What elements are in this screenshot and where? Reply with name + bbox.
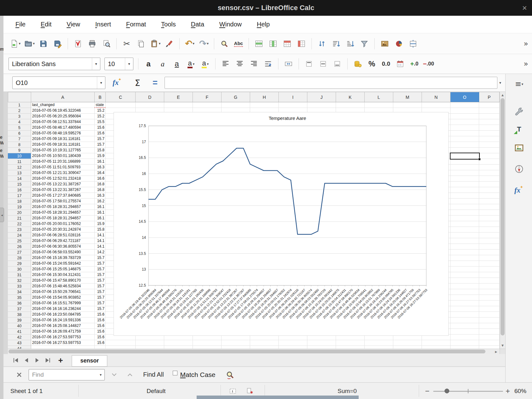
cell-P28[interactable] (479, 255, 500, 261)
row-header-6[interactable]: 6 (8, 131, 31, 136)
cell-B15[interactable]: 16.8 (95, 182, 106, 187)
save-button[interactable] (37, 37, 50, 51)
cell-A21[interactable]: 2016-07-05 18:28:31.294657 (31, 216, 95, 221)
row-header-36[interactable]: 36 (8, 301, 31, 306)
row-header-24[interactable]: 24 (8, 233, 31, 238)
insert-column-button[interactable] (266, 37, 280, 51)
row-header-32[interactable]: 32 (8, 278, 31, 284)
cell-O23[interactable] (451, 227, 479, 233)
cell-P1[interactable] (479, 102, 500, 108)
cell-A14[interactable]: 2016-07-05 12:52:01.232418 (31, 176, 95, 182)
row-header-5[interactable]: 5 (8, 125, 31, 131)
cell-A36[interactable]: 2016-07-06 16:15:51.767999 (31, 301, 95, 306)
name-box[interactable]: O10 ▾ (12, 76, 105, 89)
formula-input[interactable] (165, 77, 497, 89)
chevron-down-icon[interactable]: ▾ (92, 58, 100, 70)
cell-N43[interactable] (422, 340, 451, 346)
cell-O27[interactable] (451, 250, 479, 255)
scroll-right-icon[interactable]: ▶ (493, 349, 499, 354)
cell-P7[interactable] (479, 136, 500, 142)
cell-B5[interactable]: 15.6 (95, 125, 106, 131)
cell-P32[interactable] (479, 278, 500, 284)
cell-A2[interactable]: 2016-07-05 06:19:45.322046 (31, 108, 95, 114)
number-format-button[interactable]: 0.0 (379, 57, 393, 71)
column-header-E[interactable]: E (164, 92, 193, 102)
paste-button[interactable]: ▾ (148, 37, 162, 51)
cell-P23[interactable] (479, 227, 500, 233)
cell-O30[interactable] (451, 267, 479, 272)
cell-A28[interactable]: 2016-07-06 15:16:39.783729 (31, 255, 95, 261)
next-sheet-button[interactable] (32, 355, 42, 365)
cell-P39[interactable] (479, 318, 500, 323)
cell-O43[interactable] (451, 340, 479, 346)
cell-A39[interactable]: 2016-07-06 16:24:19.591336 (31, 318, 95, 323)
column-header-P[interactable]: P (479, 92, 500, 102)
vertical-scrollbar-thumb[interactable] (501, 98, 505, 335)
scroll-down-icon[interactable]: ▼ (500, 343, 505, 348)
cell-P4[interactable] (479, 119, 500, 125)
row-header-35[interactable]: 35 (8, 295, 31, 301)
cell-O36[interactable] (451, 301, 479, 306)
cell-P33[interactable] (479, 284, 500, 289)
cell-P14[interactable] (479, 176, 500, 182)
cell-O16[interactable] (451, 187, 479, 193)
cell-O35[interactable] (451, 295, 479, 301)
cell-B37[interactable]: 15.7 (95, 306, 106, 312)
cell-A17[interactable]: 2016-07-05 17:27:37.840685 (31, 193, 95, 199)
cell-E43[interactable] (164, 340, 193, 346)
cell-O19[interactable] (451, 204, 479, 210)
sidebar-settings-button[interactable]: ≡▾ (512, 76, 527, 92)
cell-I1[interactable] (279, 102, 307, 108)
cell-O44[interactable] (451, 346, 479, 349)
first-sheet-button[interactable] (10, 355, 21, 365)
copy-button[interactable] (134, 37, 148, 51)
cell-A20[interactable]: 2016-07-05 18:28:31.294657 (31, 210, 95, 216)
cell-O8[interactable] (451, 142, 479, 148)
cell-B22[interactable]: 15.9 (95, 221, 106, 227)
cell-A43[interactable]: 2016-07-06 16:27:53.597753 (31, 340, 95, 346)
cell-B8[interactable]: 15.7 (95, 142, 106, 148)
cell-A35[interactable]: 2016-07-06 15:54:05.903852 (31, 295, 95, 301)
cell-B12[interactable]: 16.3 (95, 165, 106, 170)
cell-P2[interactable] (479, 108, 500, 114)
cell-O28[interactable] (451, 255, 479, 261)
cell-C44[interactable] (106, 346, 136, 349)
cell-B32[interactable]: 15.7 (95, 278, 106, 284)
cell-A34[interactable]: 2016-07-06 15:50:29.706541 (31, 289, 95, 295)
cell-O21[interactable] (451, 216, 479, 221)
cell-B27[interactable]: 14.2 (95, 250, 106, 255)
cell-B25[interactable]: 14.1 (95, 238, 106, 244)
cell-O26[interactable] (451, 244, 479, 250)
cell-M1[interactable] (393, 102, 422, 108)
column-header-M[interactable]: M (393, 92, 422, 102)
cell-P41[interactable] (479, 329, 500, 334)
select-all-corner[interactable] (8, 92, 31, 102)
cell-P3[interactable] (479, 114, 500, 119)
cell-L44[interactable] (365, 346, 393, 349)
column-header-B[interactable]: B (95, 92, 106, 102)
previous-sheet-button[interactable] (21, 355, 32, 365)
cell-A22[interactable]: 2016-07-05 20:00:01.176052 (31, 221, 95, 227)
cell-O12[interactable] (451, 165, 479, 170)
row-header-26[interactable]: 26 (8, 244, 31, 250)
cell-A26[interactable]: 2016-07-06 06:30:36.805574 (31, 244, 95, 250)
row-header-18[interactable]: 18 (8, 199, 31, 204)
cell-A23[interactable]: 2016-07-05 20:30:31.242874 (31, 227, 95, 233)
cell-B13[interactable]: 16.4 (95, 170, 106, 176)
row-header-38[interactable]: 38 (8, 312, 31, 318)
cell-P24[interactable] (479, 233, 500, 238)
cell-B42[interactable]: 15.6 (95, 334, 106, 340)
cell-I44[interactable] (279, 346, 307, 349)
chevron-down-icon[interactable]: ▾ (125, 58, 133, 70)
row-header-29[interactable]: 29 (8, 261, 31, 267)
cell-I43[interactable] (279, 340, 307, 346)
cell-B9[interactable]: 15.8 (95, 148, 106, 153)
vertical-scrollbar[interactable]: ▲ ▼ (500, 92, 505, 349)
font-name-combobox[interactable]: Liberation Sans ▾ (8, 58, 100, 70)
cell-O25[interactable] (451, 238, 479, 244)
cell-A6[interactable]: 2016-07-05 08:48:19.595276 (31, 131, 95, 136)
row-header-42[interactable]: 42 (8, 334, 31, 340)
row-header-44[interactable]: 44 (8, 346, 31, 349)
close-findbar-button[interactable] (13, 368, 25, 381)
undo-button[interactable]: ↶▾ (183, 37, 196, 51)
